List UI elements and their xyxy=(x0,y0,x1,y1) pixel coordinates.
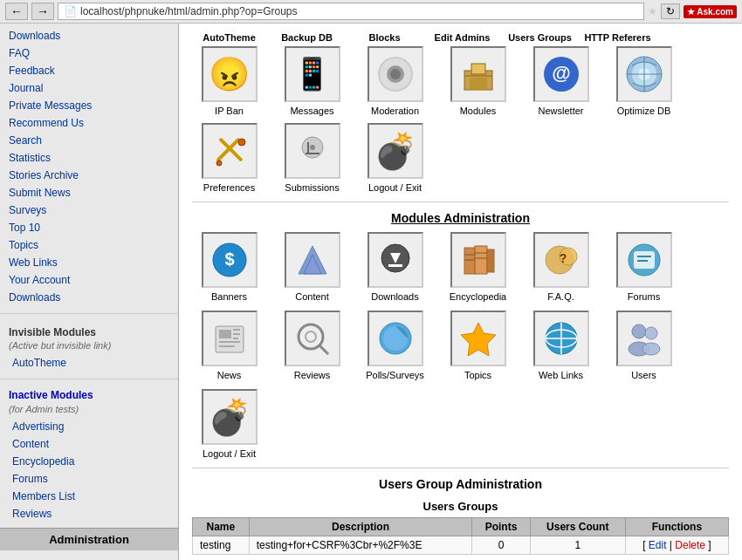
faq-icon: ? xyxy=(540,239,582,281)
sidebar-autotheme[interactable]: AutoTheme xyxy=(0,354,178,372)
admin-editadmins[interactable]: Modules xyxy=(441,46,515,116)
col-header-name: Name xyxy=(193,518,250,536)
admin-ipban[interactable]: Preferences xyxy=(192,123,266,193)
col-header-functions: Functions xyxy=(625,518,728,536)
admin-topics[interactable]: Topics xyxy=(441,311,515,380)
admin-reviews[interactable]: Reviews xyxy=(275,311,349,380)
admin-banners[interactable]: $ Banners xyxy=(192,232,266,302)
delete-link[interactable]: Delete xyxy=(675,539,705,551)
weblinks-label: Web Links xyxy=(539,370,583,380)
modules-admin-title: Modules Administration xyxy=(192,211,729,225)
admin-forums[interactable]: Forums xyxy=(607,232,681,302)
svg-point-18 xyxy=(216,160,222,166)
address-bar: localhost/phpnuke/html/admin.php?op=Grou… xyxy=(80,5,298,17)
admin-faq[interactable]: ? F.A.Q. xyxy=(524,232,598,302)
sidebar-encyclopedia[interactable]: Encyclopedia xyxy=(0,453,178,470)
sidebar-reviews[interactable]: Reviews xyxy=(0,505,178,522)
svg-line-52 xyxy=(319,345,328,354)
usersgroups-label: Newsletter xyxy=(539,106,584,116)
forums-label: Forums xyxy=(628,291,660,302)
sidebar-web-links[interactable]: Web Links xyxy=(0,254,178,271)
sidebar-feedback[interactable]: Feedback xyxy=(0,62,178,79)
admin-users[interactable]: Users xyxy=(607,311,681,380)
admin-downloads[interactable]: Downloads xyxy=(358,232,432,302)
sidebar-faq[interactable]: FAQ xyxy=(0,44,178,62)
admin-httpreferers[interactable]: Optimize DB xyxy=(607,46,681,116)
sidebar-stories-archive[interactable]: Stories Archive xyxy=(0,167,178,184)
admin-logout1[interactable]: 💣 Logout / Exit xyxy=(358,123,432,193)
admin-news[interactable]: News xyxy=(192,311,266,380)
admin-content[interactable]: Content xyxy=(275,232,349,302)
svg-rect-21 xyxy=(306,153,319,154)
sidebar-your-account[interactable]: Your Account xyxy=(0,271,178,289)
svg-text:?: ? xyxy=(559,251,567,265)
col-blocks: Blocks xyxy=(347,32,422,43)
svg-point-61 xyxy=(632,324,646,338)
faq-label: F.A.Q. xyxy=(547,291,574,302)
submissions-icon xyxy=(292,130,333,172)
sidebar-topics[interactable]: Topics xyxy=(0,236,178,254)
users-groups-table: Name Description Points Users Count Func… xyxy=(192,517,729,555)
table-row: testing testing+for+CSRF%3Cbr+%2F%3E 0 1… xyxy=(193,536,729,555)
sidebar-advertising[interactable]: Advertising xyxy=(0,418,178,435)
svg-point-51 xyxy=(299,324,323,349)
sidebar-top10[interactable]: Top 10 xyxy=(0,219,178,236)
admin-encyclopedia[interactable]: Encyclopedia xyxy=(441,232,515,302)
editadmins-label: Modules xyxy=(460,106,497,116)
askcom-logo: ★ Ask.com xyxy=(687,7,733,17)
moderation-icon xyxy=(374,53,416,95)
row-functions: [ Edit | Delete ] xyxy=(625,536,728,555)
main-content: AutoTheme Backup DB Blocks Edit Admins U… xyxy=(179,24,742,560)
sidebar-content[interactable]: Content xyxy=(0,435,178,453)
sidebar-statistics[interactable]: Statistics xyxy=(0,149,178,167)
sidebar-recommend-us[interactable]: Recommend Us xyxy=(0,114,178,132)
banners-label: Banners xyxy=(211,291,247,302)
edit-link[interactable]: Edit xyxy=(649,539,667,551)
admin-weblinks[interactable]: Web Links xyxy=(524,311,598,380)
col-usersgroups: Users Groups xyxy=(503,32,577,43)
row-points: 0 xyxy=(472,536,530,555)
svg-rect-32 xyxy=(487,249,494,272)
svg-point-64 xyxy=(642,343,660,355)
downloads-label: Downloads xyxy=(371,291,418,302)
messages-label: Submissions xyxy=(285,182,339,193)
row-name: testing xyxy=(193,536,250,555)
sidebar-members-list[interactable]: Members List xyxy=(0,488,178,505)
sidebar-search[interactable]: Search xyxy=(0,132,178,149)
optimizedb-icon xyxy=(623,53,665,95)
admin-polls[interactable]: Polls/Surveys xyxy=(358,311,432,380)
admin-logout2[interactable]: 💣 Logout / Exit xyxy=(192,389,266,459)
ipban-label: Preferences xyxy=(203,182,255,193)
inactive-modules-sub: (for Admin tests) xyxy=(0,404,178,418)
forward-button[interactable]: → xyxy=(31,3,54,20)
star-icon: ★ xyxy=(648,5,657,17)
col-httpreferers: HTTP Referers xyxy=(581,32,655,43)
admin-backupdb[interactable]: 📱 Messages xyxy=(275,46,349,116)
col-editadmins: Edit Admins xyxy=(425,32,499,43)
sidebar-surveys[interactable]: Surveys xyxy=(0,201,178,219)
back-button[interactable]: ← xyxy=(5,3,28,20)
svg-text:@: @ xyxy=(552,62,570,84)
news-icon xyxy=(209,318,251,359)
admin-blocks[interactable]: Moderation xyxy=(358,46,432,116)
banners-icon: $ xyxy=(209,239,251,281)
sidebar-private-messages[interactable]: Private Messages xyxy=(0,97,178,114)
col-header-description: Description xyxy=(249,518,472,536)
svg-text:$: $ xyxy=(224,249,234,269)
users-icon xyxy=(623,318,665,359)
reload-button[interactable]: ↻ xyxy=(661,3,680,19)
sidebar-downloads-bottom[interactable]: Downloads xyxy=(0,289,178,306)
sidebar-forums[interactable]: Forums xyxy=(0,470,178,488)
sidebar-journal[interactable]: Journal xyxy=(0,79,178,97)
reviews-label: Reviews xyxy=(294,370,331,380)
row-users-count: 1 xyxy=(530,536,625,555)
admin-messages[interactable]: Submissions xyxy=(275,123,349,193)
users-groups-title: Users Groups xyxy=(192,500,729,513)
admin-usersgroups[interactable]: @ Newsletter xyxy=(524,46,598,116)
admin-autotheme[interactable]: 😠 IP Ban xyxy=(192,46,266,116)
row-description: testing+for+CSRF%3Cbr+%2F%3E xyxy=(249,536,472,555)
polls-label: Polls/Surveys xyxy=(366,370,424,380)
backupdb-label: Messages xyxy=(290,106,333,116)
sidebar-submit-news[interactable]: Submit News xyxy=(0,184,178,201)
sidebar-downloads-top[interactable]: Downloads xyxy=(0,27,178,44)
